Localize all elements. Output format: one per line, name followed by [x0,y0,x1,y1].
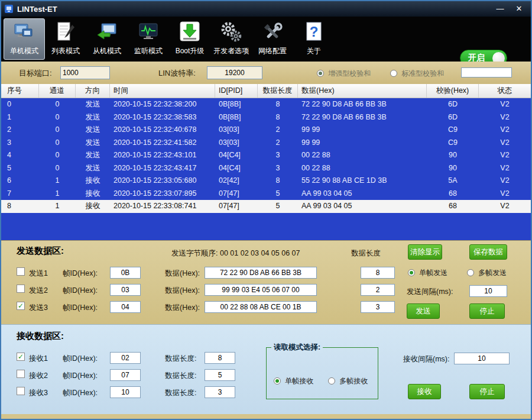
send-interval-input[interactable] [469,285,507,297]
send-enable-checkbox[interactable] [17,267,25,276]
send-single-frame-radio[interactable]: 单帧发送 [408,268,447,278]
table-cell: 接收 [76,175,110,188]
table-cell: 0B[8B] [215,98,258,111]
frame-id-input[interactable] [110,267,141,279]
send-data-section: 发送数据区: 发送字节顺序: 00 01 02 03 04 05 06 07 数… [1,240,531,324]
send-enable-checkbox[interactable]: ✓ [17,302,25,310]
column-header[interactable]: 校验(Hex) [427,84,479,98]
table-cell: 07[47] [215,200,258,213]
send-row-label: 发送2 [29,286,48,296]
aux-input[interactable] [461,67,512,77]
table-cell: 3 [258,162,298,175]
frame-id-input[interactable] [110,301,141,313]
toolbar-item-about[interactable]: ? 关于 [293,18,335,60]
toolbar-item-label: 开发者选项 [211,46,251,56]
receive-stop-button[interactable]: 停止 [469,384,505,399]
window-title: LINTest-ET [17,5,57,14]
toolbar-item-single-mode[interactable]: 单机模式 [4,18,45,60]
table-row[interactable]: 20发送2020-10-15 22:32:40:67803[03]299 99C… [1,124,531,137]
checksum-standard-radio[interactable]: 标准型校验和 [390,69,444,79]
frame-id-input[interactable] [110,369,141,381]
close-button[interactable]: ✕ [510,1,528,17]
table-row[interactable]: 81接收2020-10-15 22:33:08:74107[47]5AA 99 … [1,200,531,213]
send-data-input[interactable] [205,267,317,279]
table-cell: 2020-10-15 22:32:38:583 [110,111,215,124]
clear-display-button[interactable]: 清除显示 [408,244,442,260]
table-cell: 发送 [76,137,110,150]
receive-enable-checkbox[interactable] [17,387,25,395]
table-row[interactable]: 40发送2020-10-15 22:32:43:10104[C4]300 22 … [1,149,531,162]
table-cell: 90 [427,162,479,175]
radio-label: 单帧发送 [419,269,447,277]
app-window: LINTest-ET — ✕ 单机模式 列表模式 从机模式 [0,0,532,420]
about-icon: ? [302,21,326,44]
column-header[interactable]: 方向 [76,84,110,98]
target-port-input[interactable] [60,66,110,79]
table-row[interactable]: 61接收2020-10-15 22:33:05:68002[42]855 22 … [1,175,531,188]
table-cell: AA 99 03 04 05 [298,188,427,201]
toolbar-item-developer-options[interactable]: 开发者选项 [210,18,252,60]
table-row[interactable]: 50发送2020-10-15 22:32:43:41704[C4]300 22 … [1,162,531,175]
receive-row-label: 接收2 [29,371,48,381]
data-length-label: 数据长度: [165,371,196,381]
table-cell: 0 [39,98,76,111]
list-mode-icon [54,21,77,44]
table-cell: 3 [1,137,39,150]
table-row[interactable]: 00发送2020-10-15 22:32:38:2000B[8B]872 22 … [1,98,531,111]
column-header[interactable]: 状态 [479,84,531,98]
byte-order-label: 发送字节顺序: 00 01 02 03 04 05 06 07 [171,248,300,259]
table-row[interactable]: 30发送2020-10-15 22:32:41:58203[03]299 99C… [1,137,531,150]
send-button[interactable]: 发送 [407,303,440,319]
send-enable-checkbox[interactable] [17,285,25,293]
column-header[interactable]: ID[PID] [215,84,258,98]
boot-upgrade-icon [178,21,202,44]
baud-rate-input[interactable] [207,66,262,79]
send-data-input[interactable] [205,284,317,296]
column-header[interactable]: 时间 [110,84,215,98]
receive-multi-frame-radio[interactable]: 多帧接收 [328,376,368,386]
receive-enable-checkbox[interactable]: ✓ [17,353,25,361]
send-data-input[interactable] [205,301,317,313]
table-cell: V2 [479,111,531,124]
length-input[interactable] [361,301,395,313]
send-interval-label: 发送间隔(ms): [407,287,453,297]
table-cell: 2 [1,124,39,137]
frame-id-input[interactable] [110,284,141,296]
single-mode-icon [12,21,36,44]
receive-enable-checkbox[interactable] [17,370,25,378]
table-cell: 00 22 88 [298,149,427,162]
frame-id-input[interactable] [110,386,141,398]
send-stop-button[interactable]: 停止 [469,303,505,319]
checksum-enhanced-radio[interactable]: 增强型校验和 [317,69,371,79]
toolbar-item-slave-mode[interactable]: 从机模式 [86,18,128,60]
column-header[interactable]: 通道 [39,84,76,98]
table-row[interactable]: 10发送2020-10-15 22:32:38:5830B[8B]872 22 … [1,111,531,124]
length-input[interactable] [361,284,395,296]
table-cell: 03[03] [215,124,258,137]
receive-interval-input[interactable] [454,353,510,364]
receive-button[interactable]: 接收 [408,384,441,399]
receive-row: 接收3帧ID(Hex):数据长度: [1,384,261,401]
receive-single-frame-radio[interactable]: 单帧接收 [274,376,313,386]
toolbar-item-network-config[interactable]: 网络配置 [252,18,293,60]
toolbar-item-boot-upgrade[interactable]: Boot升级 [169,18,210,60]
length-input[interactable] [205,386,235,398]
save-data-button[interactable]: 保存数据 [469,244,507,260]
minimize-button[interactable]: — [491,1,510,17]
length-input[interactable] [361,267,395,279]
toolbar-item-listen-mode[interactable]: 监听模式 [128,18,169,60]
toolbar-item-list-mode[interactable]: 列表模式 [45,18,86,60]
frame-id-label: 帧ID(Hex): [63,388,98,398]
length-input[interactable] [205,369,235,381]
column-header[interactable]: 数据长度 [258,84,298,98]
table-cell: 68 [427,188,479,201]
column-header[interactable]: 数据(Hex) [298,84,427,98]
toolbar-item-label: 列表模式 [46,46,86,56]
length-input[interactable] [205,352,235,364]
table-row[interactable]: 71接收2020-10-15 22:33:07:89507[47]5AA 99 … [1,188,531,201]
frame-id-input[interactable] [110,352,141,364]
receive-row: 接收2帧ID(Hex):数据长度: [1,367,261,384]
column-header[interactable]: 序号 [1,84,39,98]
send-multi-frame-radio[interactable]: 多帧发送 [467,268,507,278]
table-cell: 发送 [76,111,110,124]
